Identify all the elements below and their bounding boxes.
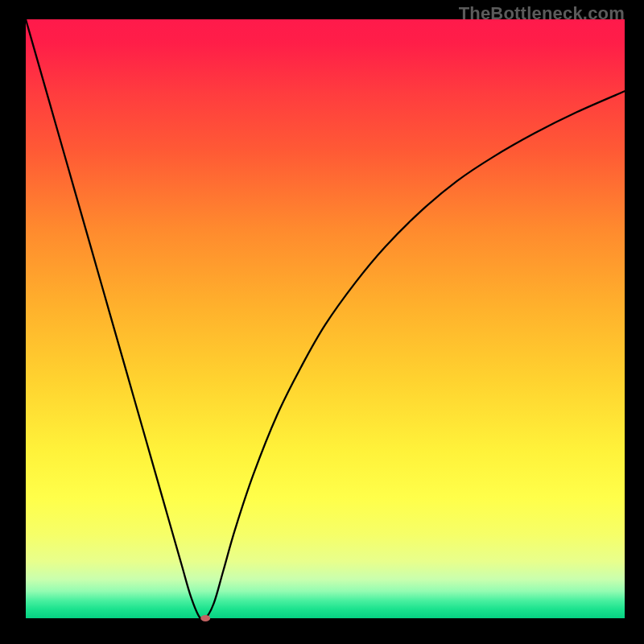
bottleneck-curve [26, 19, 625, 620]
curve-layer [26, 19, 625, 618]
plot-area [26, 19, 625, 618]
chart-frame: TheBottleneck.com [0, 0, 644, 644]
min-marker-icon [200, 615, 210, 621]
